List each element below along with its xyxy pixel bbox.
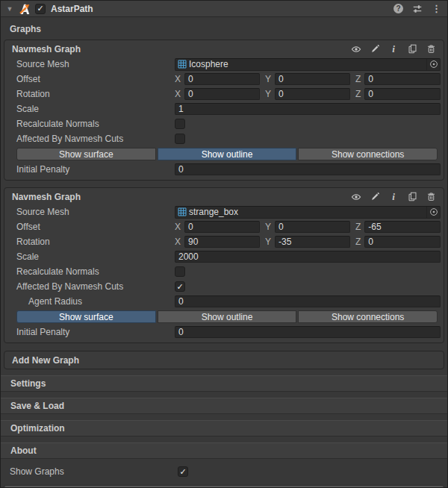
offset-row: Offset X0 Y0 Z0 [4, 72, 441, 87]
axis-y-label: Y [265, 237, 271, 247]
show-surface-button[interactable]: Show surface [16, 148, 156, 160]
initial-penalty-row: Initial Penalty 0 [4, 162, 441, 177]
field-label: Rotation [16, 89, 175, 99]
source-mesh-object-field[interactable]: strange_box [175, 206, 441, 219]
offset-x-input[interactable]: 0 [184, 73, 260, 85]
axis-z-label: Z [355, 222, 361, 232]
rotation-y-input[interactable]: -35 [275, 236, 350, 248]
agent-radius-input[interactable]: 0 [175, 295, 441, 307]
save-load-section-header[interactable]: Save & Load [1, 398, 447, 414]
scale-input[interactable]: 1 [175, 103, 441, 115]
component-header: ▼ ✓ AstarPath ? ⋮ [1, 1, 447, 17]
show-graphs-row: Show Graphs ✓ [1, 463, 447, 480]
info-icon[interactable]: i [388, 44, 399, 54]
about-section-header[interactable]: About [1, 442, 447, 459]
field-label: Initial Penalty [16, 327, 175, 337]
rotation-x-input[interactable]: 90 [184, 236, 260, 248]
show-connections-button[interactable]: Show connections [298, 310, 438, 323]
object-name: Icosphere [187, 59, 426, 69]
add-new-graph-button[interactable]: Add New Graph [4, 351, 444, 369]
rotation-z-input[interactable]: 0 [364, 88, 441, 100]
rotation-z-input[interactable]: 0 [364, 236, 441, 248]
scale-row: Scale 2000 [4, 249, 441, 264]
field-label: Affected By Navmesh Cuts [16, 134, 175, 144]
astar-logo-icon [18, 3, 31, 15]
field-label: Show Graphs [10, 466, 178, 477]
offset-z-input[interactable]: 0 [364, 73, 441, 85]
check-icon: ✓ [37, 4, 43, 13]
show-graphs-checkbox[interactable]: ✓ [178, 466, 188, 477]
field-label: Affected By Navmesh Cuts [16, 281, 175, 292]
initial-penalty-input[interactable]: 0 [175, 163, 441, 175]
settings-section-header[interactable]: Settings [1, 375, 447, 392]
presets-icon[interactable] [412, 4, 423, 14]
field-label: Offset [16, 74, 175, 84]
recalculate-normals-row: Recalculate Normals ✓ [4, 116, 441, 131]
field-label: Recalculate Normals [16, 266, 175, 277]
show-connections-button[interactable]: Show connections [298, 148, 438, 160]
recalculate-normals-checkbox[interactable]: ✓ [175, 119, 185, 129]
rotation-row: Rotation X0 Y0 Z0 [4, 87, 441, 101]
info-icon[interactable]: i [388, 192, 399, 202]
affected-by-navmesh-cuts-row: Affected By Navmesh Cuts ✓ [4, 279, 441, 294]
recalculate-normals-checkbox[interactable]: ✓ [175, 266, 185, 277]
scale-row: Scale 1 [4, 101, 441, 116]
optimization-section-header[interactable]: Optimization [1, 420, 447, 437]
object-picker-icon[interactable] [426, 207, 440, 218]
duplicate-icon[interactable] [407, 192, 417, 202]
offset-x-input[interactable]: 0 [184, 221, 260, 233]
axis-x-label: X [175, 222, 181, 232]
field-label: Recalculate Normals [16, 119, 175, 129]
affected-by-navmesh-cuts-checkbox[interactable]: ✓ [175, 281, 185, 292]
source-mesh-row: Source Mesh strange_box [4, 204, 441, 219]
affected-by-navmesh-cuts-checkbox[interactable]: ✓ [175, 134, 185, 144]
affected-by-navmesh-cuts-row: Affected By Navmesh Cuts ✓ [4, 131, 441, 146]
axis-y-label: Y [265, 89, 271, 99]
graph-title[interactable]: Navmesh Graph [12, 192, 351, 202]
field-label: Offset [16, 222, 175, 232]
field-label: Agent Radius [28, 296, 175, 307]
graphs-section-label: Graphs [1, 17, 447, 40]
axis-x-label: X [175, 237, 181, 247]
inspector-window: ▼ ✓ AstarPath ? ⋮ Graphs Navmesh Gr [0, 0, 448, 488]
initial-penalty-input[interactable]: 0 [175, 326, 441, 338]
graph-title[interactable]: Navmesh Graph [12, 44, 351, 54]
source-mesh-object-field[interactable]: Icosphere [175, 58, 441, 71]
mesh-icon [178, 60, 187, 69]
navmesh-graph-panel-2: Navmesh Graph i Source Mesh [4, 187, 444, 343]
field-label: Initial Penalty [16, 164, 175, 175]
rotation-y-input[interactable]: 0 [275, 88, 350, 100]
offset-y-input[interactable]: 0 [275, 73, 350, 85]
check-icon: ✓ [179, 468, 186, 476]
scan-button[interactable]: Scan [4, 485, 444, 488]
component-title: AstarPath [51, 4, 390, 14]
rotation-x-input[interactable]: 0 [184, 88, 260, 100]
delete-trash-icon[interactable] [426, 192, 436, 202]
eye-icon[interactable] [351, 44, 361, 54]
component-enabled-checkbox[interactable]: ✓ [35, 4, 46, 14]
offset-z-input[interactable]: -65 [364, 221, 441, 233]
duplicate-icon[interactable] [407, 44, 417, 54]
view-toggle-group: Show surface Show outline Show connectio… [16, 148, 438, 160]
eye-icon[interactable] [351, 192, 361, 202]
delete-trash-icon[interactable] [426, 44, 436, 54]
view-toggle-group: Show surface Show outline Show connectio… [16, 310, 438, 323]
field-label: Scale [16, 251, 175, 262]
axis-z-label: Z [355, 89, 361, 99]
axis-z-label: Z [355, 74, 361, 84]
show-outline-button[interactable]: Show outline [158, 310, 297, 323]
initial-penalty-row: Initial Penalty 0 [4, 325, 441, 340]
mesh-icon [178, 207, 187, 216]
more-menu-icon[interactable]: ⋮ [432, 3, 441, 14]
edit-pencil-icon[interactable] [370, 192, 380, 202]
object-picker-icon[interactable] [426, 59, 440, 70]
offset-y-input[interactable]: 0 [275, 221, 350, 233]
scale-input[interactable]: 2000 [175, 251, 441, 263]
show-outline-button[interactable]: Show outline [158, 148, 297, 160]
show-surface-button[interactable]: Show surface [16, 310, 156, 323]
help-icon[interactable]: ? [393, 4, 403, 13]
rotation-row: Rotation X90 Y-35 Z0 [4, 234, 441, 249]
foldout-arrow-icon[interactable]: ▼ [5, 5, 14, 13]
edit-pencil-icon[interactable] [370, 44, 380, 54]
axis-y-label: Y [265, 222, 271, 232]
